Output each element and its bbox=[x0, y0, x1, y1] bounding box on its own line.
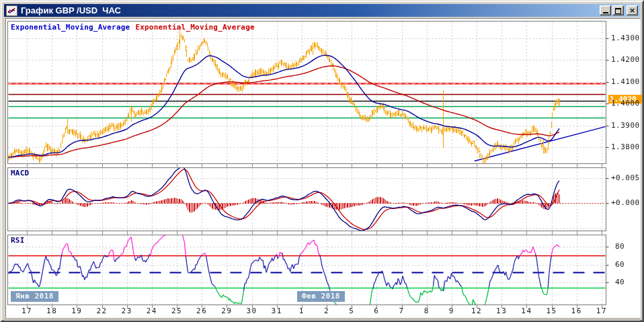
window-buttons: × bbox=[600, 5, 638, 15]
minimize-button[interactable] bbox=[600, 5, 611, 15]
minimize-icon bbox=[603, 12, 608, 13]
close-button[interactable]: × bbox=[627, 5, 638, 15]
maximize-button[interactable] bbox=[612, 5, 624, 15]
window-title: График GBP /USD ЧАС bbox=[21, 5, 121, 15]
close-icon: × bbox=[629, 7, 635, 15]
window: График GBP /USD ЧАС × Exponential_Moving… bbox=[0, 0, 644, 322]
maximize-icon bbox=[615, 8, 621, 14]
titlebar[interactable]: График GBP /USD ЧАС × bbox=[4, 4, 640, 17]
window-chart-icon[interactable] bbox=[6, 5, 17, 16]
chart-canvas[interactable] bbox=[1, 1, 644, 322]
